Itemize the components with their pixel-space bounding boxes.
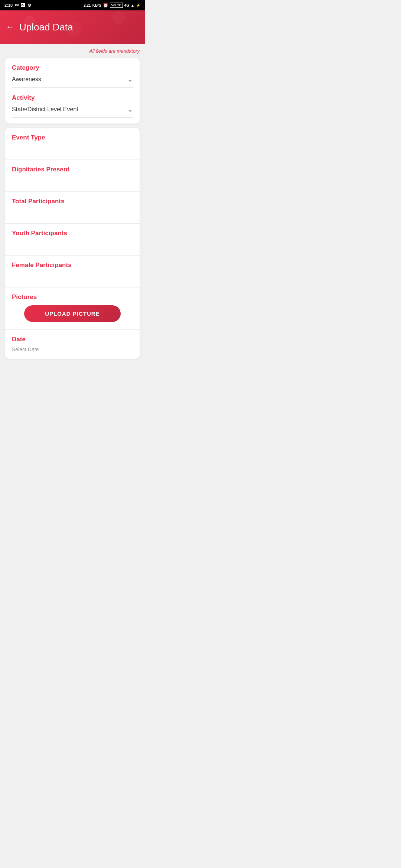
activity-chevron-icon: ⌄ (127, 105, 133, 114)
category-label: Category (12, 64, 133, 72)
total-participants-label: Total Participants (12, 198, 133, 205)
upload-picture-button[interactable]: UPLOAD PICTURE (24, 305, 121, 322)
youth-participants-label: Youth Participants (12, 230, 133, 237)
main-content: All fields are mandatory Category Awaren… (0, 44, 145, 368)
event-type-label: Event Type (12, 134, 133, 141)
total-participants-input[interactable] (12, 208, 133, 217)
activity-value: State/District Level Event (12, 106, 78, 113)
signal-icon: ▲ (131, 3, 134, 7)
event-type-field: Event Type (5, 128, 140, 160)
mandatory-notice: All fields are mandatory (5, 48, 140, 54)
total-participants-field: Total Participants (5, 192, 140, 224)
mail-icon: ✉ (15, 3, 19, 8)
network-speed: 2.21 (84, 3, 91, 7)
pictures-section: Pictures UPLOAD PICTURE (5, 287, 140, 330)
status-left: 2:10 ✉ 🖼 ⊘ (4, 3, 31, 8)
time-display: 2:10 (4, 3, 13, 7)
dignitaries-label: Dignitaries Present (12, 166, 133, 173)
page-header: ← Upload Data (0, 10, 145, 44)
category-chevron-icon: ⌄ (127, 75, 133, 83)
form-fields-card: Event Type Dignitaries Present Total Par… (5, 128, 140, 359)
no-sim-icon: ⊘ (27, 3, 31, 8)
status-bar: 2:10 ✉ 🖼 ⊘ 2.21 KB/S ⏰ VoLTE 4G ▲ ⚡ (0, 0, 145, 10)
youth-participants-input[interactable] (12, 240, 133, 249)
female-participants-input[interactable] (12, 272, 133, 281)
date-placeholder[interactable]: Select Date (12, 346, 39, 352)
youth-participants-field: Youth Participants (5, 224, 140, 256)
back-button[interactable]: ← (6, 22, 14, 32)
category-value: Awareness (12, 76, 41, 83)
female-participants-label: Female Participants (12, 262, 133, 269)
category-activity-card: Category Awareness ⌄ Activity State/Dist… (5, 58, 140, 124)
activity-group: Activity State/District Level Event ⌄ (12, 94, 133, 118)
pictures-label: Pictures (12, 293, 133, 301)
image-icon: 🖼 (21, 3, 25, 8)
date-section: Date Select Date (5, 330, 140, 359)
dignitaries-input[interactable] (12, 176, 133, 185)
network-unit: KB/S (92, 3, 101, 7)
status-right: 2.21 KB/S ⏰ VoLTE 4G ▲ ⚡ (84, 3, 140, 8)
volte-label: VoLTE (110, 3, 123, 8)
network-type: 4G (124, 3, 129, 7)
female-participants-field: Female Participants (5, 256, 140, 287)
page-title: Upload Data (19, 22, 73, 33)
activity-label: Activity (12, 94, 133, 102)
date-label: Date (12, 336, 133, 343)
category-dropdown[interactable]: Awareness ⌄ (12, 75, 133, 88)
alarm-icon: ⏰ (103, 3, 108, 8)
dignitaries-field: Dignitaries Present (5, 160, 140, 192)
event-type-input[interactable] (12, 144, 133, 154)
battery-icon: ⚡ (136, 3, 140, 7)
activity-dropdown[interactable]: State/District Level Event ⌄ (12, 105, 133, 118)
